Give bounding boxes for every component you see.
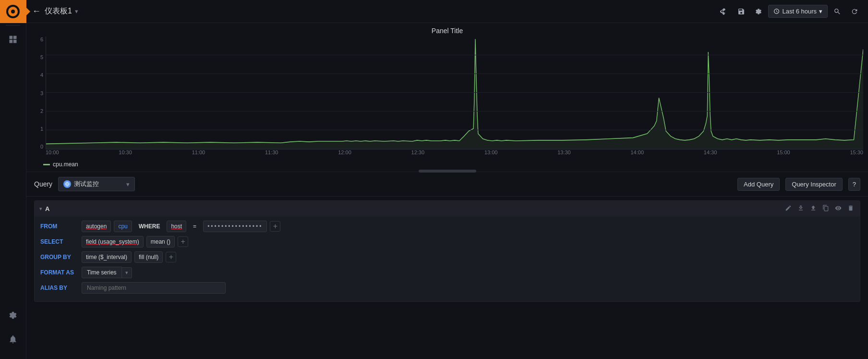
- grid-3: [46, 92, 863, 93]
- chart-svg: [46, 37, 863, 149]
- from-label: FROM: [40, 223, 79, 230]
- share-button[interactable]: [716, 5, 732, 18]
- xaxis-1430: 14:30: [704, 149, 717, 159]
- delete-icon[interactable]: [846, 204, 855, 214]
- query-a-header: ▾ A: [35, 201, 860, 217]
- upload-icon[interactable]: [809, 204, 818, 214]
- add-query-button[interactable]: Add Query: [737, 178, 780, 191]
- collapse-button[interactable]: ▾: [39, 206, 42, 212]
- yaxis-0: 0: [31, 144, 43, 149]
- group-by-row: GROUP BY time ($_interval) fill (null) +: [40, 251, 854, 263]
- edit-icon[interactable]: [784, 204, 793, 214]
- chart-main: [46, 37, 863, 149]
- xaxis-1200: 12:00: [338, 149, 351, 159]
- panel-area: Panel Title 0 1 2 3 4 5 6: [26, 23, 868, 359]
- chart-xaxis: 10:00 10:30 11:00 11:30 12:00 12:30 13:0…: [46, 149, 863, 159]
- eye-icon[interactable]: [834, 204, 843, 214]
- download-icon[interactable]: [796, 204, 805, 214]
- xaxis-1300: 13:00: [484, 149, 498, 159]
- select-add-button[interactable]: +: [178, 236, 188, 247]
- xaxis-1230: 12:30: [411, 149, 425, 159]
- xaxis-1500: 15:00: [777, 149, 790, 159]
- query-a-label: A: [45, 205, 49, 212]
- legend-color: [43, 164, 50, 165]
- from-add-button[interactable]: +: [270, 221, 280, 232]
- logo-dot: [11, 10, 15, 13]
- xaxis-1030: 10:30: [119, 149, 132, 159]
- select-func[interactable]: mean (): [146, 236, 175, 248]
- datasource-selector[interactable]: 测试监控 ▾: [58, 177, 135, 191]
- xaxis-1130: 11:30: [265, 149, 278, 159]
- format-select[interactable]: Time series ▾: [82, 267, 132, 278]
- share-icon: [720, 8, 728, 15]
- refresh-button[interactable]: [847, 5, 862, 18]
- logo-inner: [8, 7, 18, 16]
- globe-icon: [65, 182, 70, 186]
- sidebar-item-dashboard[interactable]: [0, 27, 26, 51]
- dashboard-title: 仪表板1: [45, 6, 72, 16]
- clock-icon: [773, 8, 780, 14]
- chart-scrollbar[interactable]: [419, 170, 476, 173]
- xaxis-1100: 11:00: [192, 149, 205, 159]
- time-picker[interactable]: Last 6 hours ▾: [768, 5, 828, 18]
- where-val[interactable]: ••••••••••••••••: [203, 221, 267, 232]
- select-field[interactable]: field (usage_system): [82, 236, 144, 248]
- topbar: ← 仪表板1 ▾ Last 6 hours ▾: [26, 0, 868, 23]
- yaxis-4: 4: [31, 72, 43, 78]
- where-val-masked: ••••••••••••••••: [207, 223, 263, 230]
- sidebar-logo[interactable]: [0, 0, 26, 23]
- chart-yaxis: 0 1 2 3 4 5 6: [31, 37, 43, 149]
- query-a-block: ▾ A: [34, 200, 860, 302]
- datasource-icon: [63, 180, 71, 188]
- bell-icon: [8, 334, 18, 344]
- xaxis-1400: 14:00: [631, 149, 644, 159]
- search-icon: [833, 8, 841, 15]
- datasource-caret: ▾: [126, 181, 130, 188]
- select-row: SELECT field (usage_system) mean () +: [40, 236, 854, 248]
- sidebar-item-bell[interactable]: [0, 327, 26, 351]
- zoom-button[interactable]: [830, 5, 845, 18]
- where-op: =: [189, 221, 200, 232]
- title-caret[interactable]: ▾: [75, 8, 78, 15]
- from-table[interactable]: cpu: [114, 221, 132, 232]
- yaxis-5: 5: [31, 54, 43, 60]
- sidebar-divider-top: [6, 25, 20, 25]
- gear-icon: [8, 310, 18, 320]
- settings-button[interactable]: [751, 5, 766, 18]
- time-series-fill: [46, 39, 863, 149]
- yaxis-1: 1: [31, 126, 43, 132]
- group-by-fill[interactable]: fill (null): [134, 251, 163, 263]
- group-by-add-button[interactable]: +: [166, 252, 176, 262]
- sidebar-item-gear[interactable]: [0, 303, 26, 327]
- help-button[interactable]: ?: [848, 178, 860, 191]
- chart-container: Panel Title 0 1 2 3 4 5 6: [26, 23, 868, 172]
- alias-by-label: ALIAS BY: [40, 285, 79, 291]
- where-key[interactable]: host: [167, 221, 186, 232]
- settings-icon: [755, 8, 762, 15]
- save-button[interactable]: [734, 5, 749, 18]
- group-by-label: GROUP BY: [40, 254, 79, 260]
- xaxis-1530: 15:30: [850, 149, 863, 159]
- query-rows: FROM autogen cpu WHERE host = ••••••••••…: [35, 217, 860, 301]
- xaxis-1330: 13:30: [557, 149, 571, 159]
- grid-1: [46, 130, 863, 130]
- logo-circle: [6, 5, 20, 18]
- grid-4: [46, 74, 863, 74]
- chart-legend: cpu.mean: [26, 159, 868, 170]
- query-section: Query 测试监控 ▾ Add Query Query Inspector ?…: [26, 172, 868, 302]
- back-button[interactable]: ←: [32, 6, 41, 16]
- chart-icon: [8, 35, 18, 44]
- format-as-row: FORMAT AS Time series ▾: [40, 267, 854, 278]
- query-inspector-button[interactable]: Query Inspector: [785, 178, 843, 191]
- format-value[interactable]: Time series: [82, 267, 122, 278]
- save-icon: [737, 8, 745, 15]
- copy-icon[interactable]: [821, 204, 830, 214]
- grid-5: [46, 55, 863, 55]
- alias-by-input[interactable]: [82, 282, 226, 294]
- grid-2: [46, 111, 863, 111]
- format-caret[interactable]: ▾: [122, 267, 132, 278]
- group-by-time[interactable]: time ($_interval): [82, 251, 132, 263]
- from-db[interactable]: autogen: [82, 221, 111, 232]
- xaxis-1000: 10:00: [46, 149, 59, 159]
- refresh-icon: [851, 8, 858, 15]
